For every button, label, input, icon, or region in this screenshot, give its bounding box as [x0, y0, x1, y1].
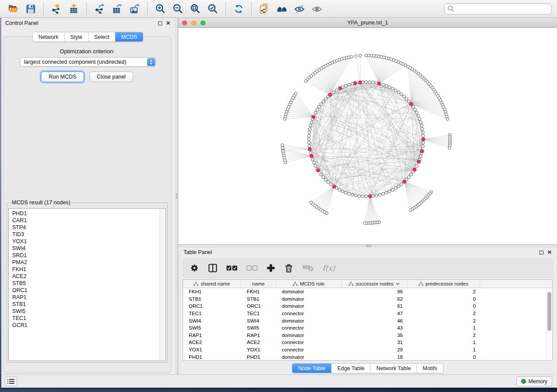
mcds-result-item[interactable]: YOX1: [12, 238, 166, 245]
table-tab-network-table[interactable]: Network Table: [371, 364, 417, 373]
table-tab-edge-table[interactable]: Edge Table: [332, 364, 370, 373]
zoom-traffic-light[interactable]: [201, 21, 205, 25]
table-row[interactable]: SWI4SWI4dominator462: [183, 317, 552, 324]
new-column-button[interactable]: [266, 264, 275, 272]
export-image-button[interactable]: [127, 2, 142, 15]
tab-network[interactable]: Network: [33, 32, 65, 41]
select-all-button[interactable]: [226, 265, 238, 271]
table-tab-motifs[interactable]: Motifs: [417, 364, 443, 373]
table-cell: 43: [342, 325, 407, 330]
mcds-result-item[interactable]: STP4: [12, 224, 166, 231]
table-cell: SWI4: [241, 318, 276, 323]
mcds-result-item[interactable]: TEC1: [12, 315, 166, 322]
equation-builder-button[interactable]: f(x): [322, 264, 335, 272]
column-header-MCDS-role[interactable]: MCDS role: [276, 280, 342, 288]
column-header-shared-name[interactable]: shared name: [183, 280, 241, 288]
table-cell: 2: [407, 333, 480, 338]
table-cell: RAP1: [183, 333, 241, 338]
import-table-button[interactable]: [66, 2, 81, 15]
mcds-result-list[interactable]: PHD1CAR1STP4TID3YOX1SWI4SRD1PMA2FKH1ACE2…: [8, 208, 166, 361]
column-header-predecessor-nodes[interactable]: predecessor nodes: [407, 280, 480, 288]
table-row[interactable]: FKH1FKH1dominator962: [183, 288, 552, 296]
criterion-dropdown[interactable]: largest connected component (undirected): [20, 57, 156, 67]
delete-column-button[interactable]: [284, 263, 294, 273]
mcds-result-item[interactable]: SWI4: [12, 245, 166, 252]
task-history-button[interactable]: [5, 377, 17, 386]
mcds-result-item[interactable]: TID3: [12, 231, 166, 238]
new-network-from-selection-button[interactable]: [257, 2, 272, 15]
mcds-result-item[interactable]: SRD1: [12, 252, 166, 259]
zoom-fit-icon: [190, 3, 201, 14]
export-network-icon: [94, 3, 105, 14]
tab-select[interactable]: Select: [89, 32, 116, 41]
float-window-icon[interactable]: [158, 21, 162, 25]
save-session-button[interactable]: [23, 2, 38, 15]
table-tabs: Node TableEdge TableNetwork TableMotifs: [292, 363, 443, 373]
export-network-button[interactable]: [92, 2, 107, 15]
open-file-button[interactable]: [6, 2, 21, 15]
first-neighbors-button[interactable]: [274, 2, 289, 15]
main-toolbar: [0, 0, 557, 18]
minimize-traffic-light[interactable]: [191, 21, 196, 25]
mcds-result-item[interactable]: RAP1: [12, 294, 166, 301]
float-window-icon[interactable]: [540, 251, 543, 254]
close-panel-button[interactable]: Close panel: [90, 72, 133, 82]
column-header-successor-nodes[interactable]: successor nodes: [342, 280, 407, 288]
table-tab-node-table[interactable]: Node Table: [292, 364, 332, 373]
zoom-fit-button[interactable]: [188, 2, 203, 15]
close-panel-icon[interactable]: ✕: [166, 21, 170, 25]
column-header-name[interactable]: name: [241, 280, 276, 288]
zoom-selected-button[interactable]: [205, 2, 220, 15]
close-traffic-light[interactable]: [182, 21, 187, 25]
memory-button[interactable]: Memory: [516, 376, 552, 386]
mcds-result-item[interactable]: SWI5: [12, 308, 166, 315]
column-type-icon: [194, 282, 198, 286]
zoom-out-button[interactable]: [170, 2, 185, 15]
table-scrollbar[interactable]: [546, 289, 552, 360]
zoom-in-button[interactable]: [153, 2, 168, 15]
mcds-result-item[interactable]: STB5: [12, 280, 166, 287]
table-row[interactable]: ACE2ACE2connector311: [183, 339, 552, 346]
tab-mcds[interactable]: MCDS: [115, 32, 143, 41]
table-cell: 2: [407, 311, 480, 316]
mcds-result-item[interactable]: PMA2: [12, 259, 166, 266]
mcds-result-item[interactable]: GCR1: [12, 322, 166, 329]
deselect-all-button[interactable]: [246, 265, 258, 271]
show-columns-button[interactable]: [208, 263, 218, 273]
refresh-layout-button[interactable]: [231, 2, 246, 15]
table-row[interactable]: STB1STB1dominator620: [183, 296, 552, 303]
mcds-result-item[interactable]: STB1: [12, 301, 166, 308]
table-row[interactable]: RAP1RAP1dominator352: [183, 332, 552, 339]
control-panel: Control Panel ✕ NetworkStyleSelectMCDS O…: [0, 18, 176, 375]
table-row[interactable]: YOX1YOX1connector291: [183, 346, 552, 354]
show-eye-icon: [311, 3, 323, 15]
tab-style[interactable]: Style: [65, 32, 89, 41]
import-network-button[interactable]: [49, 2, 64, 15]
run-mcds-button[interactable]: Run MCDS: [41, 72, 83, 82]
zoom-in-icon: [155, 3, 166, 14]
delete-table-button[interactable]: [302, 264, 314, 272]
control-panel-tabs: NetworkStyleSelectMCDS: [32, 32, 143, 42]
mcds-list-scrollbar[interactable]: [159, 209, 165, 360]
table-mode-gear-button[interactable]: [190, 263, 199, 273]
mcds-result-item[interactable]: PHD1: [12, 210, 166, 217]
mcds-result-item[interactable]: ORC1: [12, 287, 166, 294]
table-row[interactable]: PHD1PHD1dominator180: [183, 353, 552, 361]
table-row[interactable]: TEC1TEC1connector472: [183, 310, 552, 317]
show-all-button[interactable]: [309, 2, 324, 15]
export-table-button[interactable]: [110, 2, 125, 15]
table-scrollbar-thumb[interactable]: [547, 292, 551, 331]
search-input[interactable]: [444, 3, 552, 14]
close-panel-icon[interactable]: ✕: [547, 250, 552, 254]
mcds-result-item[interactable]: ACE2: [12, 273, 166, 280]
mcds-result-item[interactable]: FKH1: [12, 266, 166, 273]
network-canvas[interactable]: [178, 28, 557, 244]
table-row[interactable]: ORC1ORC1dominator610: [183, 303, 552, 310]
table-row[interactable]: SWI5SWI5connector431: [183, 324, 552, 332]
import-network-icon: [51, 3, 62, 14]
hide-selected-button[interactable]: [292, 2, 307, 15]
mcds-result-item[interactable]: CAR1: [12, 217, 166, 224]
table-cell: SWI5: [241, 325, 276, 330]
table-cell: TEC1: [241, 311, 276, 316]
splitter-grip[interactable]: [176, 193, 178, 199]
